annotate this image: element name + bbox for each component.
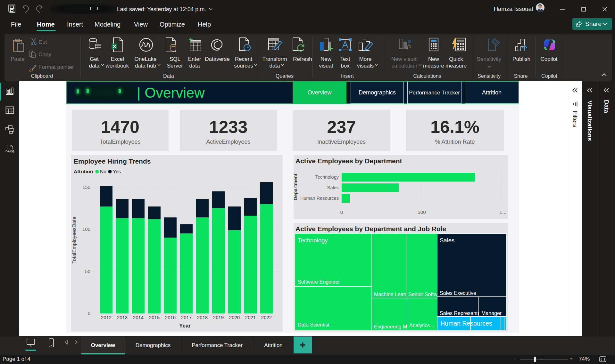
svg-text:Employee Hiring Trends: Employee Hiring Trends: [74, 158, 151, 165]
svg-text:0: 0: [340, 209, 343, 215]
svg-text:TotalEmployeesDate: TotalEmployeesDate: [71, 217, 77, 264]
svg-text:Technology: Technology: [315, 174, 339, 180]
svg-text:Active Employees by Department: Active Employees by Department and Job R…: [295, 225, 446, 232]
svg-text:2018: 2018: [197, 315, 208, 320]
svg-text:2020: 2020: [229, 315, 240, 320]
svg-text:Software Engineer: Software Engineer: [298, 279, 340, 285]
svg-text:Technology: Technology: [298, 237, 328, 244]
svg-text:Active Employees by Department: Active Employees by Department: [295, 157, 402, 165]
svg-text:50: 50: [85, 269, 90, 274]
svg-text:Sales: Sales: [440, 237, 454, 244]
svg-text:2016: 2016: [165, 315, 176, 320]
svg-text:DAX: DAX: [5, 150, 12, 153]
svg-text:2019: 2019: [213, 315, 224, 320]
svg-text:Sales: Sales: [327, 185, 339, 190]
svg-text:Department: Department: [294, 174, 298, 200]
svg-text:2021: 2021: [245, 315, 256, 320]
svg-text:No: No: [100, 169, 106, 174]
svg-text:150: 150: [82, 184, 90, 190]
svg-text:Attrition: Attrition: [74, 169, 93, 174]
svg-text:2022: 2022: [261, 315, 272, 320]
svg-text:2015: 2015: [149, 315, 160, 320]
svg-text:Senior Softw...: Senior Softw...: [408, 292, 441, 297]
svg-text:500: 500: [418, 209, 426, 215]
svg-text:Year: Year: [179, 323, 191, 329]
svg-text:2013: 2013: [117, 315, 128, 320]
svg-text:fx: fx: [407, 43, 411, 49]
svg-text:Yes: Yes: [113, 169, 121, 174]
svg-text:Human Resources: Human Resources: [440, 320, 492, 327]
svg-text:2014: 2014: [133, 315, 144, 320]
svg-text:2017: 2017: [181, 315, 192, 320]
svg-text:2012: 2012: [101, 315, 112, 320]
svg-text:Human Resources: Human Resources: [300, 196, 339, 201]
svg-text:Data Scientist: Data Scientist: [298, 322, 329, 328]
svg-text:Manager: Manager: [481, 311, 502, 316]
svg-text:1...: 1...: [499, 209, 506, 215]
svg-text:100: 100: [82, 226, 90, 232]
svg-text:0: 0: [88, 311, 90, 316]
svg-text:Analytics ...: Analytics ...: [409, 323, 436, 328]
svg-text:Sales Executive: Sales Executive: [440, 290, 476, 296]
